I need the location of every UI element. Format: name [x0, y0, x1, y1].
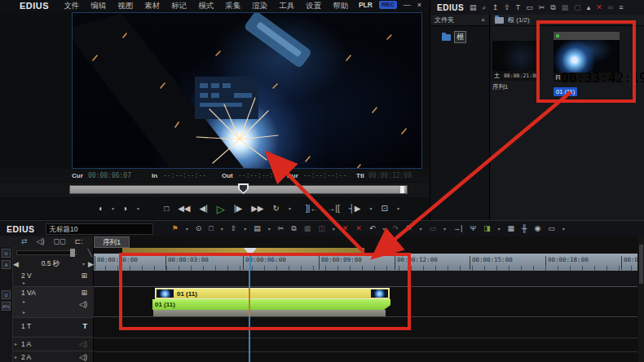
play-button[interactable]: ▷ — [217, 204, 225, 214]
redo-icon[interactable]: ↷ — [392, 225, 399, 232]
timeline-clip-va[interactable]: 01 (11) — [152, 299, 390, 310]
cut-icon[interactable]: ✂ — [539, 4, 545, 11]
zoom-out-arrow[interactable]: ◀ — [13, 261, 19, 268]
expander-icon[interactable]: ▸ — [23, 298, 25, 304]
playhead-line[interactable] — [249, 271, 250, 362]
dropdown-caret-icon[interactable]: ▾ — [112, 206, 114, 211]
panel-icon[interactable]: ⊏: — [74, 238, 82, 245]
pen-icon[interactable]: ✎ — [406, 225, 412, 232]
rec-mode-badge[interactable]: REC — [379, 1, 397, 9]
speaker-icon[interactable]: ◁) — [79, 340, 87, 348]
dropdown-caret-icon[interactable]: ▾ — [397, 206, 399, 211]
delete-in-icon[interactable]: ✕ — [342, 225, 349, 232]
project-title[interactable]: 无标题10 — [46, 223, 153, 235]
track-toggle[interactable]: A½ — [2, 302, 11, 311]
volume-slider-handle[interactable] — [70, 249, 75, 257]
expander-icon[interactable]: ▸ — [23, 280, 25, 285]
step-back-button[interactable]: ◀| — [200, 205, 208, 213]
dropdown-caret-icon[interactable]: ▾ — [382, 227, 385, 232]
timeline-ruler[interactable]: 00:00:00:00 00:00:03:00 00:00:06:00 00:0… — [94, 254, 637, 271]
menu-render[interactable]: 渲染 — [252, 1, 267, 11]
dropdown-caret-icon[interactable]: ▾ — [333, 227, 335, 232]
timeline-tracks-area[interactable]: 01 (11) 01 (11) — [94, 271, 637, 362]
dropdown-caret-icon[interactable]: ▾ — [221, 227, 223, 232]
dropdown-caret-icon[interactable]: ▾ — [443, 227, 446, 232]
speaker-icon[interactable]: ◁) — [79, 353, 87, 361]
menu-edit[interactable]: 编辑 — [90, 1, 106, 11]
loop-button[interactable]: ↻ — [273, 205, 280, 213]
dropdown-caret-icon[interactable]: ▾ — [186, 227, 188, 232]
bin-item-sequence[interactable]: 土 00:00:21:08 序列1 — [492, 41, 540, 91]
expander-icon[interactable]: ▸ — [15, 354, 17, 360]
menu-icon[interactable]: ≡ — [619, 4, 623, 11]
menu-mode[interactable]: 模式 — [198, 1, 214, 11]
audio-mixer-icon[interactable]: ╫ — [522, 225, 527, 232]
sync-icon[interactable]: ∞ — [608, 4, 613, 11]
zoom-caret-icon[interactable]: ▾ — [82, 262, 85, 267]
undo-icon[interactable]: ↶ — [369, 225, 376, 232]
rewind-button[interactable]: ◀◀ — [178, 205, 190, 213]
add-to-timeline-icon[interactable]: →| — [453, 225, 462, 232]
fast-forward-button[interactable]: ▶▶ — [251, 205, 263, 213]
track-header-1va[interactable]: 1 VA ⊞ ▸ ◁) ▸ — [13, 287, 94, 318]
film-icon[interactable]: ⊞ — [81, 272, 87, 280]
menu-clip[interactable]: 素材 — [144, 1, 160, 11]
plr-mode-label[interactable]: PLR — [359, 1, 373, 9]
zoom-level-value[interactable]: 0.5 秒 — [22, 259, 79, 269]
dropdown-caret-icon[interactable]: ▾ — [244, 227, 246, 232]
import-icon[interactable]: ↥ — [492, 4, 499, 11]
track-header-2a[interactable]: ▸ 2 A ◁) — [13, 351, 94, 362]
timeline-clip-video[interactable]: 01 (11) — [155, 288, 390, 299]
audio-monitor-icon[interactable]: ◁) — [37, 238, 45, 245]
grid-icon[interactable]: ▦ — [508, 225, 515, 232]
dropdown-caret-icon[interactable]: ▾ — [268, 227, 271, 232]
menu-tools[interactable]: 工具 — [279, 1, 294, 11]
eject-icon[interactable]: ▴ — [587, 4, 591, 11]
dual-mode-icon[interactable]: ◻◻ — [53, 238, 65, 245]
dropdown-caret-icon[interactable]: ▾ — [562, 227, 565, 232]
ripple-icon[interactable]: ◫ — [318, 225, 325, 232]
close-button[interactable]: × — [417, 1, 421, 9]
track-toggle[interactable]: U — [2, 290, 11, 299]
track-toggle[interactable]: U — [2, 249, 11, 258]
mark-in-button[interactable]: ◖ — [98, 205, 103, 213]
sync-mode-icon[interactable]: ⇄ — [21, 238, 28, 245]
folder-tree-root[interactable]: 根 — [442, 31, 489, 43]
dropdown-caret-icon[interactable]: ▾ — [137, 206, 139, 211]
flag-icon[interactable]: ⚑ — [172, 225, 179, 232]
match-in-button[interactable]: ]|← — [306, 205, 318, 213]
export-icon[interactable]: ⇪ — [231, 225, 237, 232]
scrollbar-handle[interactable] — [639, 245, 643, 284]
paste-icon[interactable]: ▦ — [304, 225, 311, 232]
track-header-1t[interactable]: 1 T T — [13, 318, 94, 338]
sequence-tab[interactable]: 序列1 — [94, 236, 130, 248]
expander-icon[interactable]: ▸ — [23, 309, 25, 315]
film-icon[interactable]: ⊞ — [81, 289, 87, 297]
record-icon[interactable]: ⊙ — [196, 225, 202, 232]
zoom-in-arrow[interactable]: ▶ — [88, 261, 94, 268]
timeline-vertical-scrollbar[interactable] — [638, 236, 644, 362]
step-forward-button[interactable]: |▶ — [234, 205, 242, 213]
delete-out-icon[interactable]: ✕ — [355, 225, 362, 232]
cut-icon[interactable]: ✂ — [278, 225, 285, 232]
copy-icon[interactable]: ⧉ — [291, 225, 296, 232]
voiceover-mic-icon[interactable]: Ψ — [470, 225, 476, 232]
track-toggle[interactable]: A — [2, 260, 11, 269]
capture-icon[interactable]: ▭ — [526, 4, 533, 11]
export-project-icon[interactable]: ◨ — [483, 225, 491, 232]
expander-icon[interactable]: ▸ — [15, 341, 17, 347]
next-edit-button[interactable]: ┤▶ — [349, 205, 361, 213]
title-track-icon[interactable]: T — [83, 322, 88, 330]
bwd-mode-icon[interactable]: ▭ — [430, 225, 437, 232]
render-icon[interactable]: ◉ — [534, 225, 540, 232]
stop-button[interactable]: □ — [164, 205, 169, 213]
dropdown-caret-icon[interactable]: ▾ — [498, 227, 501, 232]
playhead-line-ruler[interactable] — [249, 254, 251, 271]
menu-marker[interactable]: 标记 — [171, 1, 187, 11]
menu-file[interactable]: 文件 — [64, 1, 79, 11]
search-icon[interactable]: ⌕ — [483, 4, 487, 11]
monitor-icon[interactable]: ▭ — [548, 225, 555, 232]
video-viewport[interactable] — [72, 12, 422, 169]
volume-slider[interactable] — [16, 250, 77, 255]
menu-settings[interactable]: 设置 — [306, 1, 321, 11]
